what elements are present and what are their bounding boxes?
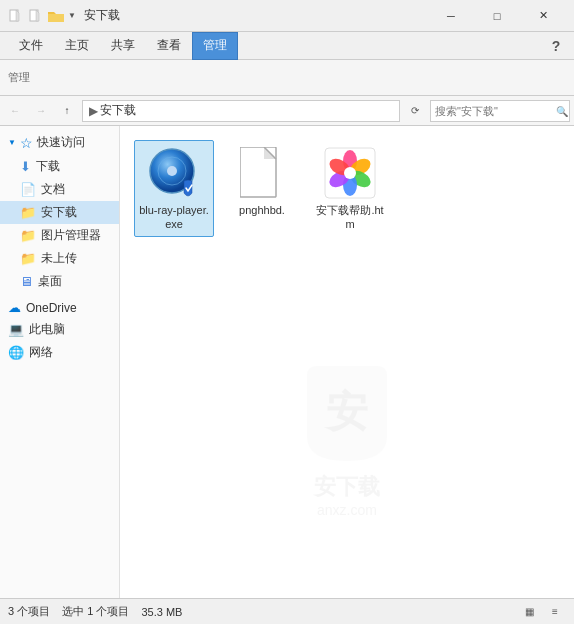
watermark-sub: anxz.com (297, 502, 397, 518)
breadcrumb-folder[interactable]: 安下载 (100, 102, 136, 119)
status-bar: 3 个项目 选中 1 个项目 35.3 MB ▦ ≡ (0, 598, 574, 624)
svg-text:安: 安 (323, 388, 368, 435)
watermark-bag-icon: 安 (297, 356, 397, 480)
download-folder-icon: ⬇ (20, 159, 31, 174)
title-bar-file-icons: ▼ (8, 8, 76, 24)
ribbon-content-manage: 管理 (0, 60, 574, 96)
view-controls: ▦ ≡ (518, 603, 566, 621)
selected-count: 选中 1 个项目 (62, 604, 129, 619)
svg-marker-1 (16, 10, 19, 21)
desktop-icon: 🖥 (20, 274, 33, 289)
sidebar-item-desktop[interactable]: 🖥 桌面 (0, 270, 119, 293)
file-item-htm[interactable]: 安下载帮助.htm (310, 140, 390, 237)
ribbon-tabs: 文件 主页 共享 查看 管理 ? (0, 32, 574, 60)
star-icon: ☆ (20, 135, 33, 151)
tab-view[interactable]: 查看 (146, 32, 192, 59)
sidebar-item-onedrive-label: OneDrive (26, 301, 77, 315)
tab-file[interactable]: 文件 (8, 32, 54, 59)
file-item-png[interactable]: pnghhbd. (222, 140, 302, 237)
tab-manage[interactable]: 管理 (192, 32, 238, 60)
forward-button[interactable]: → (30, 100, 52, 122)
file-icon-bluray (146, 145, 202, 201)
search-input[interactable] (430, 100, 570, 122)
refresh-button[interactable]: ⟳ (404, 100, 426, 122)
file-icon-2 (28, 8, 44, 24)
search-button[interactable]: 🔍 (556, 105, 568, 116)
sidebar-item-not-uploaded-label: 未上传 (41, 250, 77, 267)
anxz-folder-icon: 📁 (20, 205, 36, 220)
up-button[interactable]: ↑ (56, 100, 78, 122)
photos-mgr-icon: 📁 (20, 228, 36, 243)
main-area: ▼ ☆ 快速访问 ⬇ 下载 📄 文档 📁 安下载 📁 图片管理器 📁 (0, 126, 574, 598)
sidebar-item-docs-label: 文档 (41, 181, 65, 198)
selected-size: 35.3 MB (141, 606, 182, 618)
not-uploaded-icon: 📁 (20, 251, 36, 266)
tab-share[interactable]: 共享 (100, 32, 146, 59)
minimize-button[interactable]: ─ (428, 0, 474, 32)
sidebar-item-onedrive[interactable]: ☁ OneDrive (0, 297, 119, 318)
onedrive-icon: ☁ (8, 300, 21, 315)
close-button[interactable]: ✕ (520, 0, 566, 32)
sidebar-item-not-uploaded[interactable]: 📁 未上传 (0, 247, 119, 270)
network-icon: 🌐 (8, 345, 24, 360)
title-bar: ▼ 安下载 ─ □ ✕ (0, 0, 574, 32)
tab-home[interactable]: 主页 (54, 32, 100, 59)
file-grid: blu-ray-player.exe pnghhbd. (130, 136, 564, 241)
file-icon-1 (8, 8, 24, 24)
file-icon-png (234, 145, 290, 201)
sidebar-quick-access-header[interactable]: ▼ ☆ 快速访问 (0, 130, 119, 155)
sidebar-item-photos-label: 图片管理器 (41, 227, 101, 244)
thispc-icon: 💻 (8, 322, 24, 337)
sidebar-item-thispc-label: 此电脑 (29, 321, 65, 338)
address-bar: ← → ↑ ▶ 安下载 ⟳ 🔍 (0, 96, 574, 126)
view-grid-button[interactable]: ▦ (518, 603, 540, 621)
svg-point-18 (344, 167, 356, 179)
folder-icon-titlebar (48, 8, 64, 24)
back-button[interactable]: ← (4, 100, 26, 122)
address-breadcrumb[interactable]: ▶ 安下载 (82, 100, 400, 122)
sidebar-item-download[interactable]: ⬇ 下载 (0, 155, 119, 178)
watermark-text: 安下载 (297, 472, 397, 502)
title-bar-controls: ─ □ ✕ (428, 0, 566, 32)
breadcrumb-arrow: ▶ (89, 104, 98, 118)
dropdown-arrow-icon[interactable]: ▼ (68, 11, 76, 20)
help-button[interactable]: ? (546, 36, 566, 56)
file-name-png: pnghhbd. (239, 203, 285, 217)
file-item-bluray[interactable]: blu-ray-player.exe (134, 140, 214, 237)
title-bar-title: 安下载 (84, 7, 428, 24)
search-wrapper: 🔍 (430, 100, 570, 122)
maximize-button[interactable]: □ (474, 0, 520, 32)
sidebar-item-download-label: 下载 (36, 158, 60, 175)
sidebar-item-anxz[interactable]: 📁 安下载 (0, 201, 119, 224)
file-icon-htm (322, 145, 378, 201)
svg-point-7 (167, 166, 177, 176)
sidebar-quick-access-section: ▼ ☆ 快速访问 ⬇ 下载 📄 文档 📁 安下载 📁 图片管理器 📁 (0, 130, 119, 293)
item-count: 3 个项目 (8, 604, 50, 619)
view-list-button[interactable]: ≡ (544, 603, 566, 621)
file-name-bluray: blu-ray-player.exe (139, 203, 209, 232)
sidebar-item-docs[interactable]: 📄 文档 (0, 178, 119, 201)
quick-access-label: 快速访问 (37, 134, 85, 151)
content-area: 安 安下载 anxz.com (120, 126, 574, 598)
sidebar-item-network[interactable]: 🌐 网络 (0, 341, 119, 364)
ribbon-section-label: 管理 (8, 70, 30, 85)
svg-marker-3 (36, 10, 39, 21)
sidebar-item-desktop-label: 桌面 (38, 273, 62, 290)
docs-icon: 📄 (20, 182, 36, 197)
sidebar-item-photos-mgr[interactable]: 📁 图片管理器 (0, 224, 119, 247)
sidebar-item-anxz-label: 安下载 (41, 204, 77, 221)
sidebar: ▼ ☆ 快速访问 ⬇ 下载 📄 文档 📁 安下载 📁 图片管理器 📁 (0, 126, 120, 598)
sidebar-item-network-label: 网络 (29, 344, 53, 361)
watermark: 安 安下载 anxz.com (297, 356, 397, 518)
file-name-htm: 安下载帮助.htm (315, 203, 385, 232)
sidebar-item-thispc[interactable]: 💻 此电脑 (0, 318, 119, 341)
quick-access-arrow: ▼ (8, 138, 16, 147)
